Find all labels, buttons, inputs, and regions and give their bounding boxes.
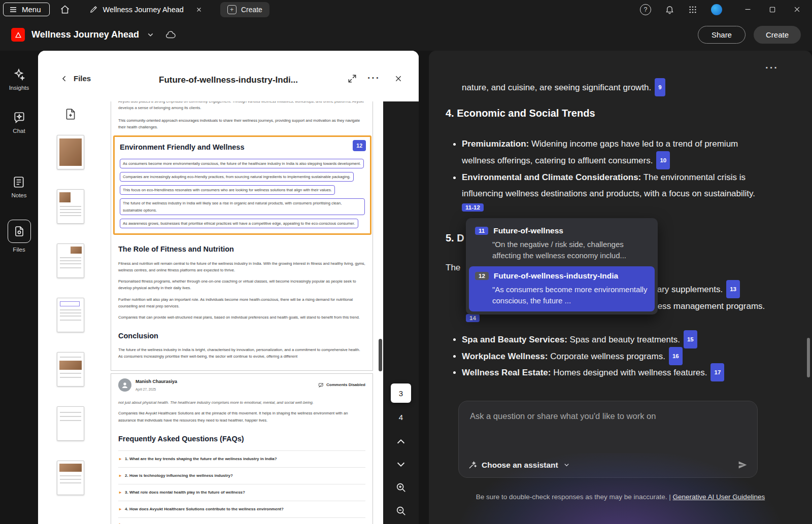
- citation-badge[interactable]: 11-12: [462, 203, 484, 212]
- sidebar-item-notes[interactable]: Notes: [11, 176, 26, 198]
- hamburger-icon: [9, 6, 17, 14]
- faq-question: 4. How does Avyukt Healthcare Solutions …: [125, 506, 284, 513]
- pdf-page-3: Avyukt also places a strong emphasis on …: [111, 101, 373, 371]
- citation-source-item[interactable]: 11 Future-of-wellness "On the negative /…: [469, 221, 655, 266]
- citation-badge[interactable]: 15: [684, 330, 697, 348]
- viewer-doc-title: Future-of-wellness-industry-Indi...: [99, 75, 358, 85]
- caret-right-icon: ▸: [119, 491, 121, 495]
- left-sidebar: Insights Chat Notes Fil: [0, 51, 38, 524]
- bullet-lead: Spa and Beauty Services:: [462, 335, 567, 344]
- notes-icon: [12, 176, 25, 189]
- page-down-icon[interactable]: [395, 459, 407, 470]
- faq-item[interactable]: ▸: [118, 518, 365, 524]
- bullet-lead: Environmental and Climate Considerations…: [462, 172, 641, 182]
- page-controls-rail: 3 4: [383, 101, 419, 524]
- highlighted-sentence[interactable]: The future of the wellness industry in I…: [120, 198, 365, 215]
- highlighted-sentence[interactable]: Companies are increasingly adopting eco-…: [120, 172, 354, 182]
- sidebar-item-files[interactable]: Files: [8, 220, 31, 253]
- add-page-icon[interactable]: [64, 108, 77, 121]
- bullet-dot: [453, 177, 456, 179]
- home-icon[interactable]: [60, 5, 70, 15]
- highlighted-sentence[interactable]: This focus on eco-friendliness resonates…: [120, 185, 335, 195]
- bullet-item: Workplace Wellness: Corporate wellness p…: [462, 348, 776, 366]
- choose-assistant-dropdown[interactable]: Choose an assistant: [468, 461, 570, 470]
- faq-item[interactable]: ▸ 2. How is technology influencing the w…: [118, 468, 365, 484]
- acrobat-logo-icon: [11, 28, 25, 42]
- citation-badge[interactable]: 10: [656, 151, 670, 169]
- page-up-icon[interactable]: [395, 436, 407, 447]
- current-page-indicator[interactable]: 3: [391, 383, 411, 403]
- section-heading: Environment Friendly and Wellness: [120, 141, 365, 154]
- bullet-dot: [453, 143, 456, 146]
- expand-icon[interactable]: [348, 74, 357, 83]
- sidebar-item-chat[interactable]: Chat: [13, 111, 26, 134]
- citation-badge[interactable]: 13: [726, 280, 740, 298]
- app-grid-icon[interactable]: [688, 5, 697, 14]
- response-heading: 4. Economic and Social Trends: [446, 108, 595, 119]
- document-scrollbar[interactable]: [379, 339, 382, 371]
- prompt-input[interactable]: [464, 406, 752, 457]
- back-to-files-button[interactable]: Files: [60, 74, 91, 83]
- ai-guidelines-link[interactable]: Generative AI User Guidelines: [673, 493, 765, 501]
- comments-status: Comments Disabled: [326, 381, 365, 389]
- disclaimer-text: Be sure to double-check responses as the…: [476, 493, 671, 501]
- occluded-text: ress management programs.: [655, 298, 765, 315]
- citation-badge: 11: [475, 227, 488, 235]
- citation-quote: "On the negative / risk side, challenges…: [492, 239, 649, 261]
- tab-close-icon[interactable]: [196, 7, 202, 13]
- close-window-icon[interactable]: [793, 6, 801, 13]
- highlighted-sentence[interactable]: As consumers become more environmentally…: [120, 159, 364, 168]
- citation-badge[interactable]: 17: [710, 363, 724, 381]
- title-chevron-down-icon[interactable]: [146, 30, 155, 39]
- page-thumbnail[interactable]: [57, 243, 84, 278]
- paragraph: Fitness and nutrition will remain centra…: [118, 260, 365, 274]
- citation-badge-12[interactable]: 12: [353, 140, 366, 151]
- thumbnail-panel: [38, 101, 103, 524]
- sidebar-item-label: Insights: [9, 85, 29, 91]
- viewer-more-options-icon[interactable]: ···: [367, 73, 380, 83]
- pdf-page-4: Manish Chaurasiya April 27, 2025 Comment…: [111, 373, 373, 524]
- page-thumbnail[interactable]: [57, 406, 84, 441]
- faq-item[interactable]: ▸ 1. What are the key trends shaping the…: [118, 450, 365, 468]
- faq-item[interactable]: ▸ 4. How does Avyukt Healthcare Solution…: [118, 501, 365, 518]
- create-tab-button[interactable]: + Create: [220, 2, 269, 17]
- zoom-out-icon[interactable]: [395, 505, 407, 516]
- window-titlebar: Menu Wellness Journey Ahead + Create ?: [0, 0, 812, 19]
- help-icon[interactable]: ?: [640, 4, 651, 15]
- document-tab[interactable]: Wellness Journey Ahead: [83, 2, 208, 17]
- faq-item[interactable]: ▸ 3. What role does mental health play i…: [118, 484, 365, 501]
- section-heading: The Role of Fitness and Nutrition: [118, 243, 365, 256]
- page-thumbnail[interactable]: [57, 135, 84, 169]
- send-icon[interactable]: [737, 460, 748, 470]
- paragraph: The future of the wellness industry in I…: [118, 346, 365, 360]
- back-label: Files: [74, 74, 91, 83]
- page-thumbnail[interactable]: [57, 298, 84, 332]
- citation-badge[interactable]: 9: [655, 78, 665, 96]
- citation-badge[interactable]: 16: [669, 347, 683, 365]
- author-block: Manish Chaurasiya April 27, 2025 Comment…: [118, 377, 365, 396]
- user-avatar[interactable]: [711, 4, 722, 15]
- viewer-close-icon[interactable]: [394, 75, 402, 83]
- bullet-item: Wellness Real Estate: Homes designed wit…: [462, 364, 776, 382]
- page-thumbnail[interactable]: [57, 461, 84, 495]
- menu-button[interactable]: Menu: [3, 3, 50, 16]
- publish-date: April 27, 2025: [136, 387, 177, 392]
- zoom-in-icon[interactable]: [395, 482, 407, 493]
- page-thumbnail[interactable]: [57, 352, 84, 387]
- minimize-icon[interactable]: [744, 6, 752, 13]
- highlighted-sentence[interactable]: As awareness grows, businesses that prio…: [120, 219, 358, 228]
- share-button[interactable]: Share: [698, 26, 746, 44]
- citation-badge[interactable]: 14: [466, 314, 480, 322]
- bullet-dot: [453, 371, 456, 374]
- caret-right-icon: ▸: [119, 507, 121, 511]
- citation-source-item-selected[interactable]: 12 Future-of-wellness-industry-India "As…: [469, 266, 655, 311]
- assistant-more-options-icon[interactable]: ···: [765, 63, 779, 72]
- maximize-icon[interactable]: [769, 6, 776, 13]
- next-page-number[interactable]: 4: [399, 413, 403, 422]
- notifications-bell-icon[interactable]: [665, 5, 674, 14]
- sidebar-item-insights[interactable]: Insights: [9, 68, 29, 91]
- page-thumbnail[interactable]: [57, 189, 84, 224]
- assistant-scrollbar[interactable]: [807, 338, 810, 377]
- highlighted-region[interactable]: 12 Environment Friendly and Wellness As …: [113, 135, 371, 235]
- create-button[interactable]: Create: [754, 26, 801, 44]
